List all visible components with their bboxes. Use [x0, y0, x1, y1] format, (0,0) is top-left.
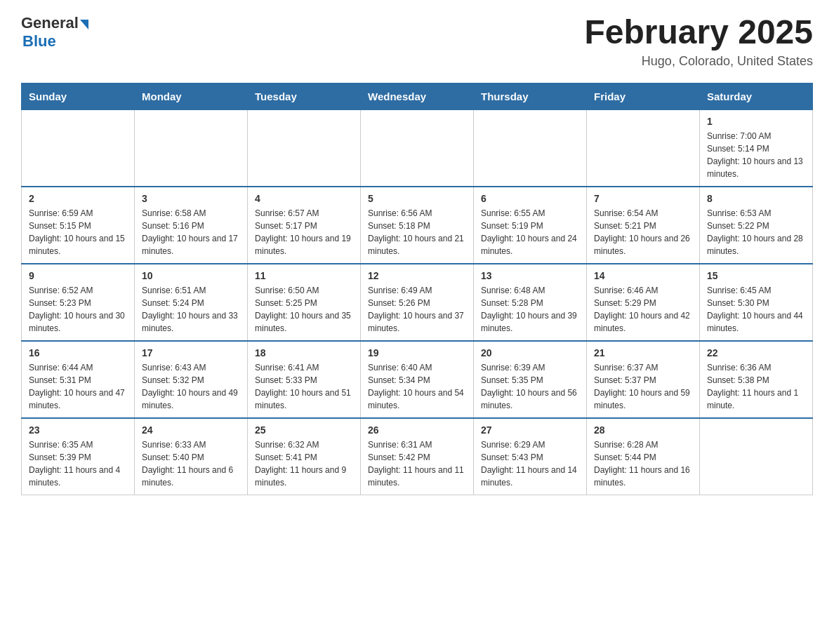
- day-number: 1: [707, 116, 805, 127]
- day-number: 9: [29, 270, 127, 281]
- day-number: 27: [481, 424, 579, 436]
- day-info: Sunrise: 6:40 AMSunset: 5:34 PMDaylight:…: [368, 361, 466, 412]
- calendar-table: SundayMondayTuesdayWednesdayThursdayFrid…: [21, 83, 813, 495]
- page-header: General Blue February 2025 Hugo, Colorad…: [21, 14, 813, 69]
- day-info: Sunrise: 6:28 AMSunset: 5:44 PMDaylight:…: [594, 438, 692, 489]
- day-number: 16: [29, 347, 127, 358]
- day-info: Sunrise: 6:39 AMSunset: 5:35 PMDaylight:…: [481, 361, 579, 412]
- day-number: 2: [29, 193, 127, 204]
- calendar-cell: [700, 418, 813, 495]
- day-number: 26: [368, 424, 466, 436]
- day-number: 23: [29, 424, 127, 436]
- day-info: Sunrise: 6:32 AMSunset: 5:41 PMDaylight:…: [255, 438, 353, 489]
- calendar-week-row-1: 1Sunrise: 7:00 AMSunset: 5:14 PMDaylight…: [22, 109, 813, 187]
- title-section: February 2025 Hugo, Colorado, United Sta…: [584, 14, 813, 69]
- calendar-week-row-4: 16Sunrise: 6:44 AMSunset: 5:31 PMDayligh…: [22, 341, 813, 418]
- day-info: Sunrise: 6:35 AMSunset: 5:39 PMDaylight:…: [29, 438, 127, 489]
- calendar-cell: 12Sunrise: 6:49 AMSunset: 5:26 PMDayligh…: [361, 264, 474, 341]
- day-number: 11: [255, 270, 353, 281]
- location-text: Hugo, Colorado, United States: [584, 54, 813, 69]
- day-info: Sunrise: 6:54 AMSunset: 5:21 PMDaylight:…: [594, 207, 692, 257]
- day-number: 18: [255, 347, 353, 358]
- calendar-cell: 23Sunrise: 6:35 AMSunset: 5:39 PMDayligh…: [22, 418, 135, 495]
- day-number: 3: [142, 193, 240, 204]
- logo-blue-text: Blue: [22, 32, 56, 51]
- day-info: Sunrise: 6:36 AMSunset: 5:38 PMDaylight:…: [707, 361, 805, 412]
- day-number: 10: [142, 270, 240, 281]
- calendar-cell: 9Sunrise: 6:52 AMSunset: 5:23 PMDaylight…: [22, 264, 135, 341]
- day-info: Sunrise: 6:41 AMSunset: 5:33 PMDaylight:…: [255, 361, 353, 412]
- calendar-cell: [474, 109, 587, 187]
- day-number: 22: [707, 347, 805, 358]
- calendar-cell: [22, 109, 135, 187]
- day-number: 21: [594, 347, 692, 358]
- day-info: Sunrise: 6:45 AMSunset: 5:30 PMDaylight:…: [707, 284, 805, 335]
- calendar-cell: 11Sunrise: 6:50 AMSunset: 5:25 PMDayligh…: [248, 264, 361, 341]
- calendar-cell: 14Sunrise: 6:46 AMSunset: 5:29 PMDayligh…: [587, 264, 700, 341]
- day-info: Sunrise: 6:53 AMSunset: 5:22 PMDaylight:…: [707, 207, 805, 257]
- day-number: 5: [368, 193, 466, 204]
- month-title: February 2025: [584, 14, 813, 51]
- calendar-cell: 22Sunrise: 6:36 AMSunset: 5:38 PMDayligh…: [700, 341, 813, 418]
- day-info: Sunrise: 6:29 AMSunset: 5:43 PMDaylight:…: [481, 438, 579, 489]
- weekday-header-saturday: Saturday: [700, 83, 813, 109]
- day-info: Sunrise: 6:56 AMSunset: 5:18 PMDaylight:…: [368, 207, 466, 257]
- weekday-header-thursday: Thursday: [474, 83, 587, 109]
- logo-arrow-icon: [80, 20, 88, 29]
- day-info: Sunrise: 6:55 AMSunset: 5:19 PMDaylight:…: [481, 207, 579, 257]
- calendar-cell: 4Sunrise: 6:57 AMSunset: 5:17 PMDaylight…: [248, 187, 361, 264]
- day-info: Sunrise: 6:33 AMSunset: 5:40 PMDaylight:…: [142, 438, 240, 489]
- calendar-cell: 19Sunrise: 6:40 AMSunset: 5:34 PMDayligh…: [361, 341, 474, 418]
- day-info: Sunrise: 6:52 AMSunset: 5:23 PMDaylight:…: [29, 284, 127, 335]
- day-number: 20: [481, 347, 579, 358]
- calendar-cell: 28Sunrise: 6:28 AMSunset: 5:44 PMDayligh…: [587, 418, 700, 495]
- day-info: Sunrise: 6:44 AMSunset: 5:31 PMDaylight:…: [29, 361, 127, 412]
- calendar-cell: 21Sunrise: 6:37 AMSunset: 5:37 PMDayligh…: [587, 341, 700, 418]
- day-info: Sunrise: 6:43 AMSunset: 5:32 PMDaylight:…: [142, 361, 240, 412]
- calendar-cell: 10Sunrise: 6:51 AMSunset: 5:24 PMDayligh…: [135, 264, 248, 341]
- calendar-cell: 25Sunrise: 6:32 AMSunset: 5:41 PMDayligh…: [248, 418, 361, 495]
- calendar-cell: 15Sunrise: 6:45 AMSunset: 5:30 PMDayligh…: [700, 264, 813, 341]
- calendar-cell: 2Sunrise: 6:59 AMSunset: 5:15 PMDaylight…: [22, 187, 135, 264]
- day-info: Sunrise: 6:46 AMSunset: 5:29 PMDaylight:…: [594, 284, 692, 335]
- calendar-cell: [361, 109, 474, 187]
- day-info: Sunrise: 6:51 AMSunset: 5:24 PMDaylight:…: [142, 284, 240, 335]
- day-number: 24: [142, 424, 240, 436]
- day-number: 7: [594, 193, 692, 204]
- calendar-cell: 16Sunrise: 6:44 AMSunset: 5:31 PMDayligh…: [22, 341, 135, 418]
- calendar-cell: 5Sunrise: 6:56 AMSunset: 5:18 PMDaylight…: [361, 187, 474, 264]
- day-number: 19: [368, 347, 466, 358]
- weekday-header-tuesday: Tuesday: [248, 83, 361, 109]
- day-number: 13: [481, 270, 579, 281]
- day-number: 12: [368, 270, 466, 281]
- calendar-cell: 27Sunrise: 6:29 AMSunset: 5:43 PMDayligh…: [474, 418, 587, 495]
- day-number: 4: [255, 193, 353, 204]
- weekday-header-friday: Friday: [587, 83, 700, 109]
- day-number: 17: [142, 347, 240, 358]
- calendar-cell: 13Sunrise: 6:48 AMSunset: 5:28 PMDayligh…: [474, 264, 587, 341]
- weekday-header-sunday: Sunday: [22, 83, 135, 109]
- calendar-cell: 20Sunrise: 6:39 AMSunset: 5:35 PMDayligh…: [474, 341, 587, 418]
- logo-general-text: General: [21, 14, 79, 32]
- day-info: Sunrise: 6:49 AMSunset: 5:26 PMDaylight:…: [368, 284, 466, 335]
- day-number: 28: [594, 424, 692, 436]
- day-info: Sunrise: 6:48 AMSunset: 5:28 PMDaylight:…: [481, 284, 579, 335]
- day-info: Sunrise: 6:31 AMSunset: 5:42 PMDaylight:…: [368, 438, 466, 489]
- calendar-cell: [587, 109, 700, 187]
- calendar-week-row-2: 2Sunrise: 6:59 AMSunset: 5:15 PMDaylight…: [22, 187, 813, 264]
- calendar-cell: 3Sunrise: 6:58 AMSunset: 5:16 PMDaylight…: [135, 187, 248, 264]
- day-info: Sunrise: 6:37 AMSunset: 5:37 PMDaylight:…: [594, 361, 692, 412]
- day-info: Sunrise: 6:57 AMSunset: 5:17 PMDaylight:…: [255, 207, 353, 257]
- calendar-cell: [248, 109, 361, 187]
- calendar-cell: 24Sunrise: 6:33 AMSunset: 5:40 PMDayligh…: [135, 418, 248, 495]
- weekday-header-row: SundayMondayTuesdayWednesdayThursdayFrid…: [22, 83, 813, 109]
- logo: General Blue: [21, 14, 88, 51]
- calendar-cell: 18Sunrise: 6:41 AMSunset: 5:33 PMDayligh…: [248, 341, 361, 418]
- day-number: 15: [707, 270, 805, 281]
- day-info: Sunrise: 7:00 AMSunset: 5:14 PMDaylight:…: [707, 130, 805, 180]
- day-number: 8: [707, 193, 805, 204]
- calendar-cell: 7Sunrise: 6:54 AMSunset: 5:21 PMDaylight…: [587, 187, 700, 264]
- day-info: Sunrise: 6:58 AMSunset: 5:16 PMDaylight:…: [142, 207, 240, 257]
- calendar-cell: 17Sunrise: 6:43 AMSunset: 5:32 PMDayligh…: [135, 341, 248, 418]
- calendar-cell: [135, 109, 248, 187]
